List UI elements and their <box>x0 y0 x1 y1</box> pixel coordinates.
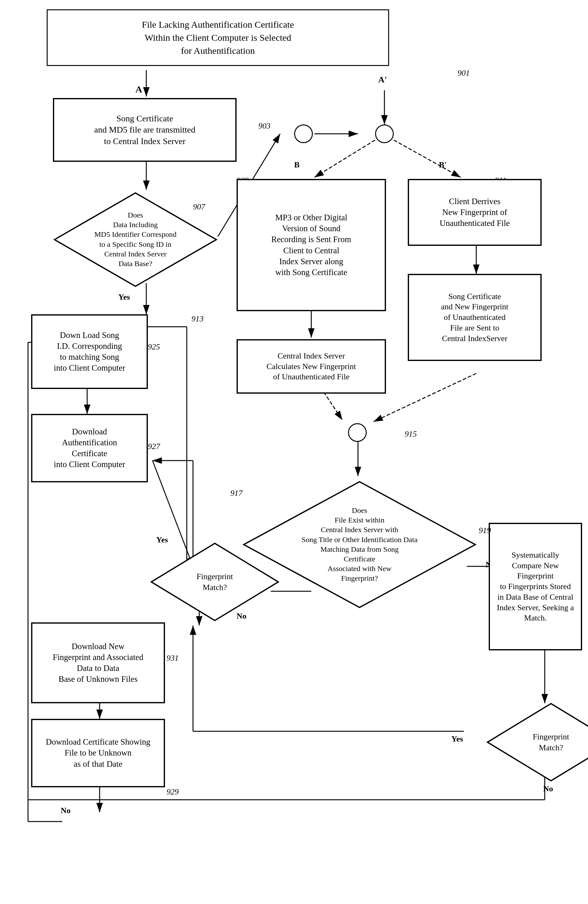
box-client-derives-text: Client DerrivesNew Fingerprint ofUnauthe… <box>439 196 510 229</box>
box-download-new-fp-text: Download NewFingerprint and AssociatedDa… <box>53 641 144 684</box>
title-line1: File Lacking Authentification Certificat… <box>142 19 294 30</box>
box-download-auth-cert: DownloadAuthentificationCertificateinto … <box>31 414 148 482</box>
diamond-917-text: DoesFile Exist withinCentral Index Serve… <box>302 506 418 582</box>
box-download-song-id: Down Load SongI.D. Correspondingto match… <box>31 314 148 389</box>
circle-903 <box>294 125 313 143</box>
box-mp3-text: MP3 or Other DigitalVersion of SoundReco… <box>271 212 351 278</box>
ref-927: 927 <box>148 442 160 451</box>
box-calc-fp: Central Index ServerCalculates New Finge… <box>237 339 386 394</box>
box-download-song-id-text: Down Load SongI.D. Correspondingto match… <box>54 330 125 373</box>
box-song-cert-new-fp: Song Certificateand New Fingerprintof Un… <box>408 274 542 361</box>
diamond-fp-match-921: FingerprintMatch? <box>485 702 588 782</box>
box-calc-fp-text: Central Index ServerCalculates New Finge… <box>266 351 356 382</box>
yes-label-907: Yes <box>118 292 130 302</box>
yes-label-fp921: Yes <box>451 734 463 744</box>
ref-915: 915 <box>405 430 417 439</box>
title-box: File Lacking Authentification Certificat… <box>47 9 389 66</box>
svg-line-13 <box>373 373 476 422</box>
title-line3: for Authentification <box>181 46 254 56</box>
ref-901: 901 <box>458 68 470 78</box>
ref-929: 929 <box>166 787 179 797</box>
svg-line-8 <box>315 140 375 177</box>
box-song-cert: Song Certificate and MD5 file are transm… <box>53 98 237 162</box>
box-sys-compare-text: SystematicallyCompare New Fingerprintto … <box>495 550 576 624</box>
box-download-new-fp: Download NewFingerprint and AssociatedDa… <box>31 623 165 703</box>
ref-907: 907 <box>193 202 205 212</box>
svg-line-9 <box>394 140 461 177</box>
box-mp3: MP3 or Other DigitalVersion of SoundReco… <box>237 179 386 311</box>
label-A: A <box>135 84 142 95</box>
box-client-derives: Client DerrivesNew Fingerprint ofUnauthe… <box>408 179 542 246</box>
circle-junction-2 <box>348 423 367 442</box>
flowchart-container: File Lacking Authentification Certificat… <box>0 0 588 904</box>
ref-903: 903 <box>258 122 270 131</box>
fp-match-921-text: FingerprintMatch? <box>533 732 569 752</box>
no-label-bottom: No <box>61 806 71 815</box>
diamond-907-text: DoesData IncludingMD5 Identifier Corresp… <box>94 211 177 268</box>
no-label-fp927: No <box>237 612 247 621</box>
label-B: B <box>294 160 299 170</box>
ref-925: 925 <box>148 342 160 352</box>
fp-match-927-text: FingerprintMatch? <box>197 572 233 592</box>
box-song-cert-text: Song Certificate and MD5 file are transm… <box>94 113 195 147</box>
label-A-prime: A' <box>378 75 387 85</box>
diamond-fp-match-927: FingerprintMatch? <box>149 542 280 623</box>
label-B-prime: B' <box>439 160 447 170</box>
no-label-fp921: No <box>543 784 553 793</box>
ref-913: 913 <box>191 314 204 324</box>
yes-label-fp927: Yes <box>156 535 168 545</box>
title-line2: Within the Client Computer is Selected <box>144 32 291 43</box>
box-cert-unknown-text: Download Certificate ShowingFile to be U… <box>46 736 150 769</box>
box-sys-compare: SystematicallyCompare New Fingerprintto … <box>489 523 582 650</box>
box-download-auth-cert-text: DownloadAuthentificationCertificateinto … <box>54 426 125 470</box>
ref-919: 919 <box>479 526 491 535</box>
circle-junction-1 <box>375 125 394 143</box>
ref-931: 931 <box>166 653 179 663</box>
box-song-cert-new-fp-text: Song Certificateand New Fingerprintof Un… <box>441 291 509 344</box>
ref-917: 917 <box>230 488 242 498</box>
box-cert-unknown: Download Certificate ShowingFile to be U… <box>31 719 165 787</box>
